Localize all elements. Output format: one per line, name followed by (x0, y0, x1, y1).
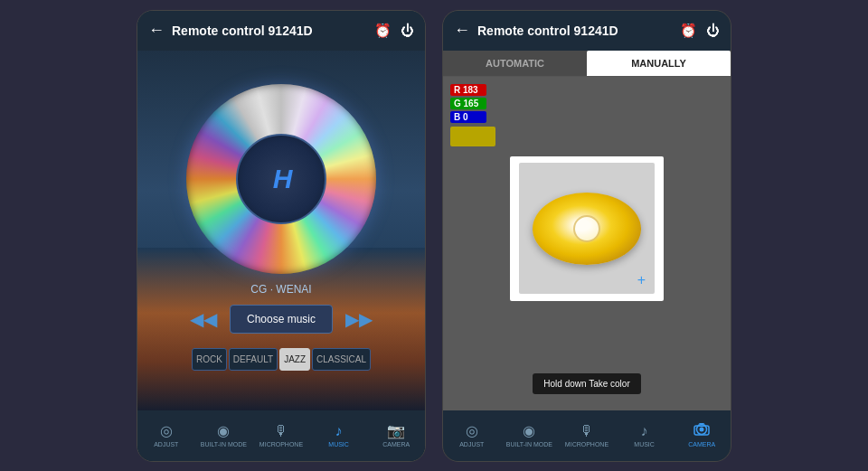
alarm-icon[interactable]: ⏰ (374, 23, 392, 39)
camera-content: R 183 G 165 B 0 + Hold down Take c (443, 77, 731, 410)
nav-microphone-label: MICROPHONE (259, 441, 303, 448)
genre-jazz[interactable]: JAZZ (279, 348, 310, 371)
rewind-button[interactable]: ◀◀ (186, 305, 221, 334)
nav2-music[interactable]: ♪ MUSIC (616, 410, 674, 461)
nav2-microphone[interactable]: 🎙 MICROPHONE (558, 410, 616, 461)
nav2-music-label: MUSIC (634, 441, 655, 448)
nav2-builtin-label: BUILT-IN MODE (506, 441, 552, 448)
rgb-blue-row: B 0 (450, 111, 723, 123)
camera-frame: + (510, 156, 664, 301)
camera-image: + (519, 163, 655, 294)
tab-automatic[interactable]: AUTOMATIC (443, 51, 587, 76)
nav2-camera[interactable]: CAMERA (673, 410, 731, 461)
phone2-header-icons: ⏰ ⏻ (680, 23, 720, 39)
music-icon-2: ♪ (641, 423, 648, 439)
nav-music-label: MUSIC (328, 441, 349, 448)
phone1-header: ← Remote control 91241D ⏰ ⏻ (137, 11, 425, 51)
alarm-icon-2[interactable]: ⏰ (680, 23, 697, 39)
phone-2: ← Remote control 91241D ⏰ ⏻ AUTOMATIC MA… (442, 10, 731, 462)
nav2-adjust-label: ADJUST (459, 441, 484, 448)
adjust-icon: ◎ (160, 422, 173, 439)
cd-disc: H (186, 84, 376, 274)
back-button[interactable]: ← (148, 21, 165, 40)
microphone-icon: 🎙 (274, 423, 288, 439)
choose-music-button[interactable]: Choose music (230, 305, 333, 334)
music-controls: ◀◀ Choose music ▶▶ (177, 296, 385, 343)
genre-default[interactable]: DEFAULT (229, 348, 278, 371)
hold-color-button[interactable]: Hold down Take color (533, 373, 640, 394)
rgb-red-label: R 183 (450, 84, 486, 96)
cd-center: H (236, 134, 326, 224)
phone2-bottom-nav: ◎ ADJUST ◉ BUILT-IN MODE 🎙 MICROPHONE ♪ … (443, 410, 731, 461)
nav2-adjust[interactable]: ◎ ADJUST (443, 410, 501, 461)
nav-microphone[interactable]: 🎙 MICROPHONE (252, 410, 310, 461)
phone1-bottom-nav: ◎ ADJUST ◉ BUILT-IN MODE 🎙 MICROPHONE ♪ … (137, 410, 425, 461)
genre-rock[interactable]: ROCK (192, 348, 227, 371)
nav-camera[interactable]: 📷 CAMERA (367, 410, 425, 461)
phone1-header-icons: ⏰ ⏻ (374, 23, 414, 39)
color-swatch (450, 127, 495, 146)
music-area: H CG · WENAI ◀◀ Choose music ▶▶ ROCK DEF… (137, 51, 425, 410)
genre-classical[interactable]: CLASSICAL (312, 348, 371, 371)
phone1-title: Remote control 91241D (172, 24, 374, 38)
genre-tabs: ROCK DEFAULT JAZZ CLASSICAL (183, 343, 380, 376)
phone2-title: Remote control 91241D (477, 24, 680, 38)
crosshair-icon: + (637, 272, 646, 288)
mode-tabs: AUTOMATIC MANUALLY (443, 51, 731, 77)
phone2-header: ← Remote control 91241D ⏰ ⏻ (443, 11, 731, 51)
cd-logo: H (273, 164, 290, 194)
back-button-2[interactable]: ← (454, 21, 470, 40)
rgb-display: R 183 G 165 B 0 (450, 84, 723, 146)
phone-1: ← Remote control 91241D ⏰ ⏻ H CG · WENAI… (137, 10, 426, 462)
nav-music[interactable]: ♪ MUSIC (310, 410, 368, 461)
music-icon: ♪ (335, 423, 343, 439)
forward-button[interactable]: ▶▶ (342, 305, 376, 334)
nav2-camera-label: CAMERA (688, 441, 715, 448)
svg-point-1 (700, 427, 704, 431)
power-icon-2[interactable]: ⏻ (706, 23, 720, 38)
nav2-builtin[interactable]: ◉ BUILT-IN MODE (501, 410, 559, 461)
disc-object (533, 193, 641, 265)
nav2-microphone-label: MICROPHONE (565, 441, 609, 448)
rgb-blue-label: B 0 (450, 111, 486, 123)
nav-builtin-label: BUILT-IN MODE (201, 441, 247, 448)
phones-container: ← Remote control 91241D ⏰ ⏻ H CG · WENAI… (0, 0, 868, 471)
nav-adjust-label: ADJUST (154, 441, 178, 448)
camera-icon-2 (693, 423, 710, 439)
camera-icon: 📷 (387, 422, 405, 439)
microphone-icon-2: 🎙 (580, 423, 594, 439)
tab-manually[interactable]: MANUALLY (587, 51, 731, 76)
builtin-icon: ◉ (217, 422, 230, 439)
adjust-icon-2: ◎ (466, 422, 478, 439)
nav-adjust[interactable]: ◎ ADJUST (137, 410, 195, 461)
rgb-green-row: G 165 (450, 98, 723, 109)
rgb-green-label: G 165 (450, 98, 486, 109)
track-name: CG · WENAI (250, 283, 311, 296)
rgb-red-row: R 183 (450, 84, 723, 96)
nav-camera-label: CAMERA (382, 441, 410, 448)
power-icon[interactable]: ⏻ (401, 23, 414, 38)
builtin-icon-2: ◉ (523, 422, 535, 439)
nav-builtin[interactable]: ◉ BUILT-IN MODE (195, 410, 253, 461)
disc-center (573, 215, 600, 242)
